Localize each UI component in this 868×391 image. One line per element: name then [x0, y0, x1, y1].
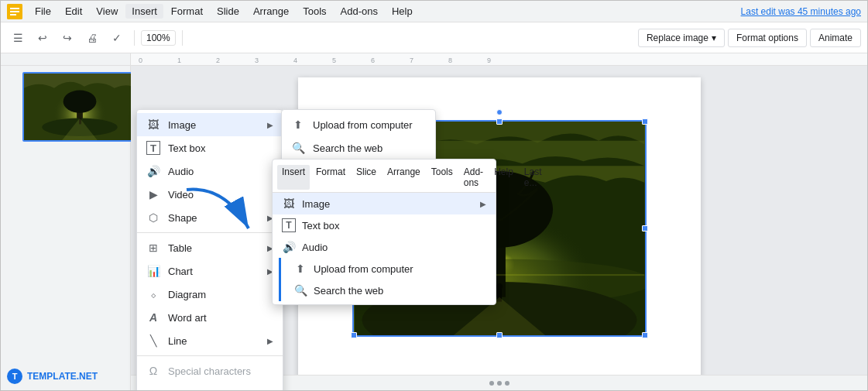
- insert-menu-chart[interactable]: 📊 Chart ▶: [137, 259, 283, 283]
- menu-format[interactable]: Format: [165, 4, 209, 19]
- toolbar-spellcheck-btn[interactable]: ✓: [106, 27, 128, 49]
- search-web-icon: 🔍: [291, 141, 305, 155]
- insert-menu-shape[interactable]: ⬡ Shape ▶: [137, 206, 283, 229]
- menu-view[interactable]: View: [90, 4, 124, 19]
- insert-menu-wordart[interactable]: A Word art: [137, 306, 283, 329]
- insert-menu-audio[interactable]: 🔊 Audio: [137, 159, 283, 183]
- overlay-image-row[interactable]: 🖼 Image ▶: [273, 193, 496, 214]
- insert-shape-label: Shape: [168, 212, 259, 224]
- overlay-tools[interactable]: Tools: [427, 165, 458, 190]
- overlay-audio-row[interactable]: 🔊 Audio: [273, 236, 496, 258]
- svg-text:2: 2: [216, 57, 220, 64]
- menu-arrange[interactable]: Arrange: [247, 4, 295, 19]
- svg-rect-3: [10, 14, 16, 15]
- menu-divider-2: [137, 355, 283, 356]
- handle-top-right[interactable]: [642, 118, 648, 125]
- insert-menu-line[interactable]: ╲ Line ▶: [137, 329, 283, 352]
- menu-tools[interactable]: Tools: [297, 4, 332, 19]
- toolbar-sep-2: [182, 30, 183, 46]
- insert-menu-textbox[interactable]: T Text box: [137, 136, 283, 159]
- toolbar-redo-btn[interactable]: ↪: [57, 27, 78, 49]
- overlay-slice[interactable]: Slice: [352, 165, 381, 190]
- submenu-upload[interactable]: ⬆ Upload from computer: [282, 113, 435, 136]
- insert-menu-video[interactable]: ▶ Video: [137, 183, 283, 206]
- handle-bottom-right[interactable]: [642, 332, 648, 338]
- line-icon: ╲: [146, 334, 160, 348]
- svg-text:6: 6: [371, 57, 375, 64]
- svg-point-28: [496, 283, 503, 289]
- insert-menu-animation[interactable]: ✦ Animation: [137, 382, 283, 390]
- wordart-icon: A: [146, 310, 160, 324]
- shape-icon: ⬡: [146, 211, 160, 225]
- menu-help[interactable]: Help: [386, 4, 419, 19]
- toolbar-print-btn[interactable]: 🖨: [81, 27, 103, 49]
- menu-file[interactable]: File: [29, 4, 57, 19]
- format-options-button[interactable]: Format options: [728, 29, 807, 47]
- toolbar: ☰ ↩ ↪ 🖨 ✓ 100% Replace image ▾ Format op…: [1, 22, 867, 53]
- toolbar-undo-btn[interactable]: ↩: [32, 27, 53, 49]
- svg-text:3: 3: [255, 57, 259, 64]
- overlay-help[interactable]: Help: [489, 165, 518, 190]
- handle-middle-right[interactable]: [642, 225, 648, 232]
- insert-menu-image[interactable]: 🖼 Image ▶: [137, 113, 283, 136]
- app-window: File Edit View Insert Format Slide Arran…: [0, 0, 868, 391]
- replace-image-button[interactable]: Replace image ▾: [638, 29, 725, 47]
- insert-line-label: Line: [168, 335, 259, 347]
- handle-bottom-middle[interactable]: [496, 332, 503, 338]
- animate-button[interactable]: Animate: [810, 29, 861, 47]
- overlay-search-row[interactable]: 🔍 Search the web: [281, 280, 496, 301]
- overlay-search-label: Search the web: [314, 285, 383, 297]
- handle-top-center[interactable]: [496, 109, 503, 115]
- menu-slide[interactable]: Slide: [211, 4, 245, 19]
- insert-image-label: Image: [168, 119, 259, 131]
- overlay-arrange[interactable]: Arrange: [383, 165, 425, 190]
- overlay-audio-label: Audio: [302, 242, 328, 253]
- overlay-image-submenu: ⬆ Upload from computer 🔍 Search the web: [279, 258, 496, 301]
- insert-audio-label: Audio: [168, 166, 273, 177]
- menu-edit[interactable]: Edit: [59, 4, 88, 19]
- ruler-horizontal: 0 1 2 3 4 5 6 7 8 9: [131, 53, 867, 65]
- svg-text:1: 1: [177, 57, 181, 64]
- svg-text:0: 0: [139, 57, 142, 64]
- insert-chart-label: Chart: [168, 266, 259, 277]
- dot-1: [489, 381, 494, 386]
- zoom-level[interactable]: 100%: [141, 30, 176, 46]
- overlay-addons[interactable]: Add-ons: [459, 165, 488, 190]
- title-bar: File Edit View Insert Format Slide Arran…: [1, 1, 867, 22]
- app-logo: [7, 4, 22, 19]
- submenu-search-web[interactable]: 🔍 Search the web: [282, 136, 435, 159]
- overlay-upload-row[interactable]: ⬆ Upload from computer: [281, 258, 496, 280]
- handle-top-middle[interactable]: [496, 118, 503, 125]
- insert-menu-table[interactable]: ⊞ Table ▶: [137, 236, 283, 259]
- toolbar-menu-btn[interactable]: ☰: [7, 27, 29, 49]
- slides-panel: 1: [1, 66, 131, 390]
- overlay-textbox-row[interactable]: T Text box: [273, 214, 496, 236]
- toolbar-sep-1: [134, 30, 135, 46]
- replace-image-chevron: ▾: [712, 33, 716, 43]
- overlay-format[interactable]: Format: [311, 165, 350, 190]
- insert-animation-label: Animation: [168, 389, 273, 391]
- main-content: 1: [1, 66, 867, 390]
- svg-text:9: 9: [487, 57, 491, 64]
- svg-text:4: 4: [293, 57, 297, 64]
- menu-addons[interactable]: Add-ons: [335, 4, 384, 19]
- insert-table-label: Table: [168, 242, 259, 254]
- ruler-row: 0 1 2 3 4 5 6 7 8 9: [1, 53, 867, 66]
- image-submenu-arrow: ▶: [267, 121, 273, 129]
- svg-text:8: 8: [448, 57, 452, 64]
- ruler-corner: [1, 53, 131, 65]
- textbox-icon: T: [146, 141, 160, 155]
- svg-rect-1: [10, 8, 19, 9]
- overlay-search-icon: 🔍: [293, 283, 307, 297]
- menu-insert[interactable]: Insert: [125, 4, 163, 19]
- svg-point-17: [63, 91, 97, 113]
- handle-bottom-left[interactable]: [351, 332, 357, 338]
- slide-1-thumbnail[interactable]: [22, 72, 137, 142]
- search-web-label: Search the web: [313, 142, 426, 154]
- insert-menu-diagram[interactable]: ⬦ Diagram: [137, 283, 283, 306]
- dot-3: [505, 381, 509, 386]
- replace-image-label: Replace image: [647, 33, 708, 43]
- upload-label: Upload from computer: [313, 119, 426, 131]
- last-edit-text: Last edit was 45 minutes ago: [741, 6, 861, 17]
- overlay-insert[interactable]: Insert: [277, 165, 310, 190]
